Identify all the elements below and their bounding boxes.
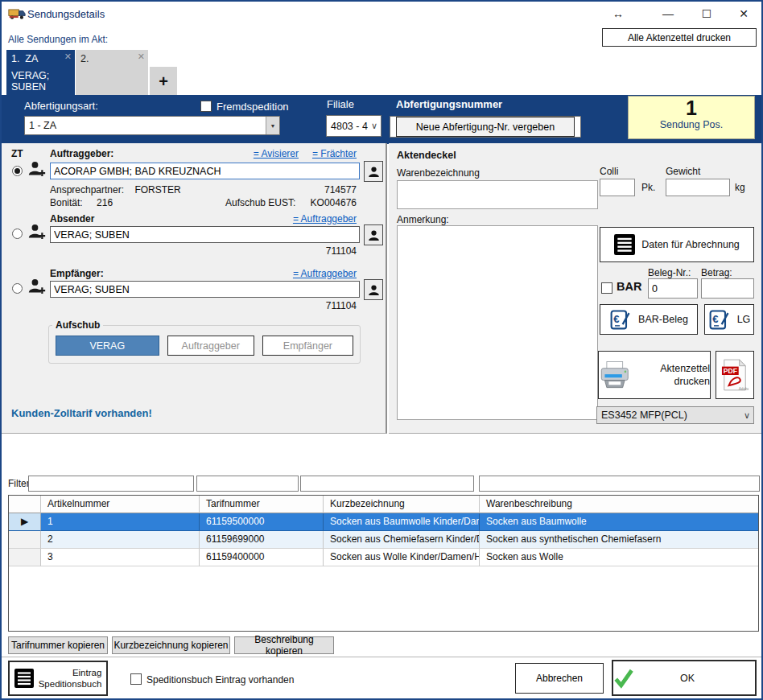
bar-beleg-button[interactable]: € BAR-Beleg xyxy=(600,304,698,335)
auftraggeber-number: 714577 xyxy=(324,184,357,196)
aktenzettel-drucken-button[interactable]: Aktenzettel drucken xyxy=(598,351,711,399)
person-icon xyxy=(368,283,380,296)
resize-icon[interactable]: ↔ xyxy=(608,5,629,23)
shipment-tab-2[interactable]: 2. ✕ xyxy=(76,50,148,96)
title-bar: Sendungsdetails ↔ — ☐ ✕ xyxy=(2,2,761,26)
absender-person-button[interactable] xyxy=(364,224,383,245)
avisierer-link[interactable]: = Avisierer xyxy=(254,148,299,159)
pdf-button[interactable]: PDF Adobe xyxy=(716,351,754,399)
aufschub-group: Aufschub VERAG Auftraggeber Empfänger xyxy=(48,325,361,364)
filiale-label: Filiale xyxy=(327,98,354,110)
col-artikelnummer[interactable]: Artikelnummer xyxy=(41,496,200,513)
copy-kurzbezeichnung-button[interactable]: Kurzbezeichnung kopieren xyxy=(112,636,230,654)
svg-text:€: € xyxy=(613,313,620,325)
beleg-nr-label: Beleg-Nr.: xyxy=(648,267,691,278)
neue-abfertigungsnummer-button[interactable]: Neue Abfertigung-Nr. vergeben xyxy=(396,117,575,137)
daten-abrechnung-button[interactable]: Daten für Abrechnung xyxy=(600,227,754,262)
add-person-icon[interactable] xyxy=(28,159,46,179)
printer-select[interactable]: ES3452 MFP(PCL) ∨ xyxy=(596,406,754,424)
absender-auftraggeber-link[interactable]: = Auftraggeber xyxy=(293,213,357,224)
aufschub-legend: Aufschub xyxy=(52,319,103,331)
abfertigungsart-label: Abfertigungsart: xyxy=(24,100,98,112)
empfaenger-input[interactable] xyxy=(50,281,360,298)
auftraggeber-person-button[interactable] xyxy=(364,161,383,182)
empfaenger-person-button[interactable] xyxy=(364,279,383,300)
bonitaet-value: 216 xyxy=(97,197,113,208)
zt-label: ZT xyxy=(11,148,23,159)
row-selector-arrow-icon: ▶ xyxy=(9,513,41,531)
bar-checkbox[interactable] xyxy=(601,282,612,294)
empfaenger-number: 711104 xyxy=(326,300,357,311)
empfaenger-auftraggeber-link[interactable]: = Auftraggeber xyxy=(293,268,357,279)
table-row[interactable]: 2 61159699000 Socken aus Chemiefasern Ki… xyxy=(9,531,758,549)
ok-button[interactable]: OK xyxy=(612,660,757,696)
tab-close-icon[interactable]: ✕ xyxy=(64,51,72,62)
add-person-icon[interactable] xyxy=(28,277,46,296)
absender-label: Absender xyxy=(50,213,94,224)
chevron-down-icon[interactable]: ▼ xyxy=(266,117,279,134)
filter-input-tarifnummer[interactable] xyxy=(196,476,299,492)
filter-input-warenbeschreibung[interactable] xyxy=(479,476,760,492)
betrag-input[interactable] xyxy=(701,278,754,299)
green-check-icon xyxy=(613,668,634,689)
fremdspedition-checkbox[interactable] xyxy=(200,101,212,112)
auftraggeber-input[interactable] xyxy=(50,163,360,179)
beleg-nr-input[interactable] xyxy=(648,278,698,299)
printer-icon xyxy=(599,357,631,393)
absender-radio[interactable] xyxy=(12,229,23,239)
filter-input-artikelnummer[interactable] xyxy=(28,476,194,492)
col-tarifnummer[interactable]: Tarifnummer xyxy=(200,496,324,513)
euro-receipt-icon: € xyxy=(609,308,632,331)
col-warenbeschreibung[interactable]: Warenbeschreibung xyxy=(480,496,758,513)
speditionsbuch-checkbox[interactable] xyxy=(130,673,142,685)
lg-button[interactable]: € LG xyxy=(704,304,754,335)
svg-text:PDF: PDF xyxy=(724,367,737,375)
gewicht-input[interactable] xyxy=(666,179,730,196)
print-all-aktenzettel-button[interactable]: Alle Aktenzettel drucken xyxy=(602,28,757,47)
copy-tarifnummer-button[interactable]: Tarifnummer kopieren xyxy=(8,636,108,654)
auftraggeber-radio[interactable] xyxy=(12,166,23,176)
abfertigungsart-select[interactable]: 1 - ZA ▼ xyxy=(24,116,280,135)
close-button[interactable]: ✕ xyxy=(733,5,754,23)
colli-label: Colli xyxy=(600,166,618,177)
ansprechpartner-label: Ansprechpartner: xyxy=(50,184,124,196)
all-shipments-label: Alle Sendungen im Akt: xyxy=(8,34,108,45)
empfaenger-radio[interactable] xyxy=(12,283,23,294)
colli-unit: Pk. xyxy=(641,182,655,193)
sendungsdetails-window: Sendungsdetails ↔ — ☐ ✕ Alle Sendungen i… xyxy=(0,0,763,700)
maximize-button[interactable]: ☐ xyxy=(696,5,717,23)
colli-input[interactable] xyxy=(600,179,635,196)
col-kurzbezeichnung[interactable]: Kurzbezeichnung xyxy=(324,496,480,513)
warenbezeichnung-textarea[interactable] xyxy=(397,180,598,209)
absender-input[interactable] xyxy=(50,226,360,243)
absender-number: 711104 xyxy=(326,245,357,257)
aufschub-empfaenger-button[interactable]: Empfänger xyxy=(262,336,353,356)
copy-beschreibung-button[interactable]: Beschreibung kopieren xyxy=(234,636,334,654)
fraechter-link[interactable]: = Frächter xyxy=(312,148,357,159)
sendung-pos-value: 1 xyxy=(629,97,754,119)
aktendeckel-panel: Aktendeckel Warenbezeichnung Colli Pk. G… xyxy=(389,143,761,434)
aufschub-auftraggeber-button[interactable]: Auftraggeber xyxy=(167,336,254,356)
betrag-label: Betrag: xyxy=(701,267,732,278)
svg-text:Adobe: Adobe xyxy=(739,387,749,391)
filiale-select[interactable]: 4803 - 480 ∨ xyxy=(326,115,382,137)
table-row[interactable]: ▶ 1 61159500000 Socken aus Baumwolle Kin… xyxy=(9,513,758,531)
chevron-down-icon[interactable]: ∨ xyxy=(740,410,753,421)
aufschub-verag-button[interactable]: VERAG xyxy=(56,336,159,356)
add-shipment-tab-button[interactable]: + xyxy=(150,67,177,96)
abfertigungsnummer-label: Abfertigungsnummer xyxy=(396,98,502,110)
tab-close-icon[interactable]: ✕ xyxy=(138,51,145,62)
chevron-down-icon[interactable]: ∨ xyxy=(368,121,381,131)
filter-input-kurzbezeichnung[interactable] xyxy=(300,476,474,492)
euro-receipt-icon: € xyxy=(708,308,731,331)
pdf-icon: PDF Adobe xyxy=(721,357,749,393)
shipment-tab-1[interactable]: 1. ZA VERAG; SUBEN ✕ xyxy=(6,50,75,96)
cancel-button[interactable]: Abbrechen xyxy=(515,663,604,694)
eintrag-speditionsbuch-button[interactable]: Eintrag Speditionsbuch xyxy=(8,661,108,696)
artikel-table: Artikelnummer Tarifnummer Kurzbezeichnun… xyxy=(8,495,759,632)
anmerkung-textarea[interactable] xyxy=(397,225,598,420)
svg-text:€: € xyxy=(712,313,719,325)
table-row[interactable]: 3 61159400000 Socken aus Wolle Kinder/Da… xyxy=(9,549,758,566)
minimize-button[interactable]: — xyxy=(658,5,678,23)
add-person-icon[interactable] xyxy=(28,222,46,241)
